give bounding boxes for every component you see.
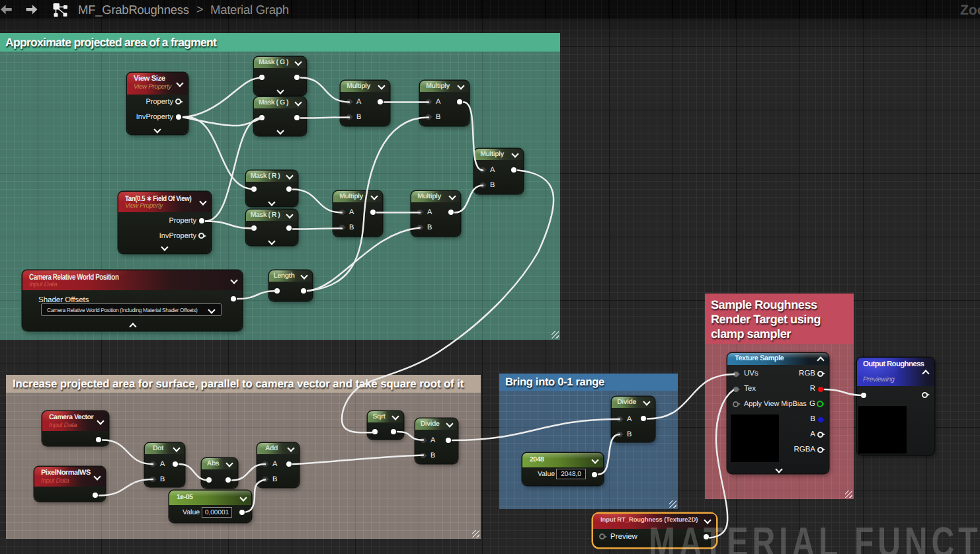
- svg-text:>: >: [196, 3, 204, 16]
- svg-text:Zoom: Zoom: [960, 3, 980, 18]
